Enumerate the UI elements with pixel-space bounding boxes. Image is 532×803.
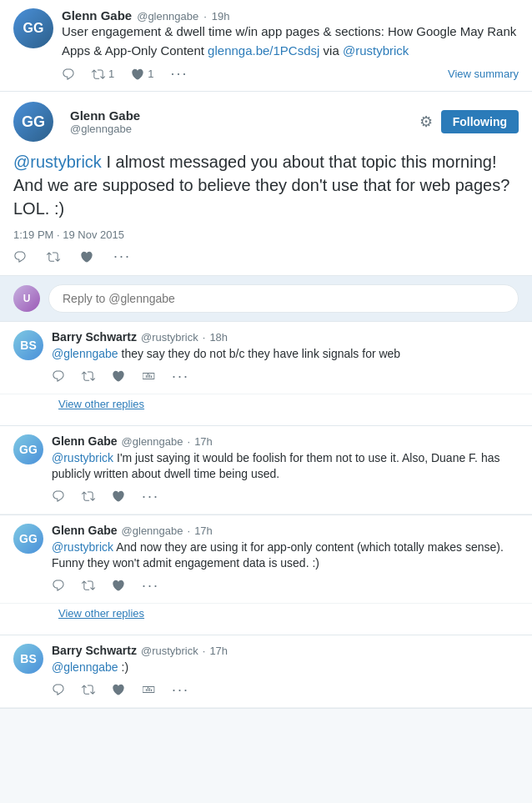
- retweet-count-1: 1: [108, 68, 114, 80]
- thread-username-2: Glenn Gabe: [52, 434, 118, 448]
- tweet-time-1: ·: [203, 10, 207, 23]
- thread-mention-4[interactable]: @glenngabe: [52, 660, 118, 674]
- retweet-icon-t2[interactable]: [82, 489, 95, 503]
- user-info-main: Glenn Gabe @glenngabe: [70, 108, 419, 135]
- reply-avatar: U: [13, 285, 40, 312]
- thread-right-2: Glenn Gabe @glenngabe · 17h @rustybrick …: [52, 434, 519, 505]
- more-icon-t2[interactable]: ···: [142, 488, 159, 505]
- tweet-card-main: GG Glenn Gabe @glenngabe ⚙ Following @ru…: [0, 92, 532, 276]
- thread-mention-1[interactable]: @glenngabe: [52, 347, 118, 360]
- thread-left-3: GG: [13, 524, 43, 554]
- thread-item-2: GG Glenn Gabe @glenngabe · 17h @rustybri…: [0, 426, 532, 515]
- avatar-bs-4: BS: [13, 644, 43, 674]
- thread-actions-2: ···: [52, 488, 519, 505]
- thread-username-4: Barry Schwartz: [52, 644, 137, 657]
- view-replies-container-2: View other replies: [0, 604, 532, 635]
- like-count-1: 1: [148, 68, 153, 80]
- thread-left-1: BS: [13, 330, 43, 360]
- reply-bar: U: [0, 276, 532, 322]
- tweet-link-1[interactable]: glennga.be/1PCsdsj: [208, 43, 319, 58]
- thread-username-1: Barry Schwartz: [52, 330, 137, 344]
- user-handle-1: @glenngabe: [137, 10, 198, 23]
- thread-tweet-3: GG Glenn Gabe @glenngabe · 17h @rustybri…: [0, 515, 532, 604]
- thread-left-4: BS: [13, 644, 43, 674]
- reply-icon-t2[interactable]: [52, 489, 65, 503]
- thread-text-3: @rustybrick And now they are using it fo…: [52, 540, 519, 572]
- thread-tweet-4: BS Barry Schwartz @rustybrick · 17h @gle…: [0, 635, 532, 708]
- retweet-icon-main[interactable]: [47, 250, 60, 263]
- thread-left-2: GG: [13, 434, 43, 464]
- view-replies-container-1: View other replies: [0, 394, 532, 425]
- thread-actions-1: ···: [52, 368, 519, 385]
- more-icon-t4[interactable]: ···: [172, 681, 189, 699]
- more-icon-main[interactable]: ···: [113, 248, 131, 265]
- view-replies-link-1[interactable]: View other replies: [58, 394, 519, 417]
- like-icon-t2[interactable]: [112, 489, 125, 503]
- thread-text-1: @glenngabe they say they do not b/c they…: [52, 346, 519, 363]
- retweet-icon-t1[interactable]: [82, 369, 95, 383]
- thread-handle-3: @glenngabe: [122, 524, 183, 537]
- thread-time-3: 17h: [194, 524, 213, 537]
- retweet-icon-t4[interactable]: [82, 683, 95, 696]
- tweet-text-1: User engagement & dwell time w/in app pa…: [62, 23, 519, 60]
- main-tweet-text: @rustybrick I almost messaged you about …: [13, 150, 519, 220]
- more-icon-t1[interactable]: ···: [172, 368, 189, 385]
- reply-input[interactable]: [48, 284, 519, 313]
- user-name-1: Glenn Gabe: [62, 8, 132, 23]
- reply-icon-1[interactable]: [62, 68, 75, 81]
- thread-right-1: Barry Schwartz @rustybrick · 18h @glenng…: [52, 330, 519, 385]
- thread-text-2: @rustybrick I'm just saying it would be …: [52, 450, 519, 483]
- thread-handle-2: @glenngabe: [122, 435, 183, 448]
- more-icon-1[interactable]: ···: [170, 65, 188, 83]
- stats-icon-t1[interactable]: [142, 369, 155, 383]
- reply-icon-t3[interactable]: [52, 579, 65, 592]
- avatar-gg-3: GG: [13, 524, 43, 554]
- gear-icon[interactable]: ⚙: [419, 113, 433, 131]
- following-button[interactable]: Following: [441, 110, 519, 133]
- thread-actions-3: ···: [52, 577, 519, 595]
- tweet-time-val-1: 19h: [212, 10, 230, 23]
- retweet-icon-t3[interactable]: [82, 579, 95, 592]
- thread-time-2: 17h: [194, 435, 213, 448]
- reply-icon-t4[interactable]: [52, 683, 65, 696]
- tweet-timestamp: 1:19 PM · 19 Nov 2015: [13, 228, 519, 241]
- thread-handle-1: @rustybrick: [141, 331, 198, 344]
- view-replies-link-2[interactable]: View other replies: [58, 604, 519, 626]
- avatar-1: GG: [13, 8, 53, 48]
- user-name-main: Glenn Gabe: [70, 108, 419, 123]
- view-summary-link[interactable]: View summary: [448, 68, 519, 80]
- tweet-mention-1[interactable]: @rustybrick: [343, 43, 409, 58]
- reply-icon-t1[interactable]: [52, 369, 65, 383]
- thread-mention-3[interactable]: @rustybrick: [52, 540, 113, 554]
- thread-right-4: Barry Schwartz @rustybrick · 17h @glenng…: [52, 644, 519, 699]
- thread-item-4: BS Barry Schwartz @rustybrick · 17h @gle…: [0, 635, 532, 708]
- stats-icon-t4[interactable]: [142, 683, 155, 696]
- thread-handle-4: @rustybrick: [141, 645, 198, 657]
- avatar-bs-1: BS: [13, 330, 43, 360]
- thread-username-3: Glenn Gabe: [52, 524, 118, 537]
- more-icon-t3[interactable]: ···: [142, 577, 159, 595]
- like-icon-1[interactable]: 1: [131, 68, 153, 81]
- like-icon-t3[interactable]: [112, 579, 125, 592]
- thread-right-3: Glenn Gabe @glenngabe · 17h @rustybrick …: [52, 524, 519, 595]
- thread-tweet-1: BS Barry Schwartz @rustybrick · 18h @gle…: [0, 322, 532, 394]
- tweet-actions-1: 1 1 ··· View summary: [62, 65, 519, 83]
- thread-text-4: @glenngabe :): [52, 660, 519, 676]
- user-handle-main: @glenngabe: [70, 123, 419, 135]
- reply-icon-main[interactable]: [13, 250, 27, 263]
- thread-section: BS Barry Schwartz @rustybrick · 18h @gle…: [0, 322, 532, 709]
- like-icon-t4[interactable]: [112, 683, 125, 696]
- retweet-icon-1[interactable]: 1: [92, 68, 114, 81]
- thread-item-3: GG Glenn Gabe @glenngabe · 17h @rustybri…: [0, 515, 532, 635]
- main-mention[interactable]: @rustybrick: [13, 153, 102, 171]
- header-right-main: ⚙ Following: [419, 110, 519, 133]
- thread-tweet-2: GG Glenn Gabe @glenngabe · 17h @rustybri…: [0, 426, 532, 514]
- thread-mention-2[interactable]: @rustybrick: [52, 451, 113, 464]
- main-tweet-actions: ···: [13, 248, 519, 265]
- like-icon-main[interactable]: [80, 250, 93, 263]
- avatar-gg-2: GG: [13, 434, 43, 464]
- thread-item-1: BS Barry Schwartz @rustybrick · 18h @gle…: [0, 322, 532, 426]
- thread-time-4: 17h: [209, 645, 228, 657]
- like-icon-t1[interactable]: [112, 369, 125, 383]
- avatar-main: GG: [13, 102, 53, 142]
